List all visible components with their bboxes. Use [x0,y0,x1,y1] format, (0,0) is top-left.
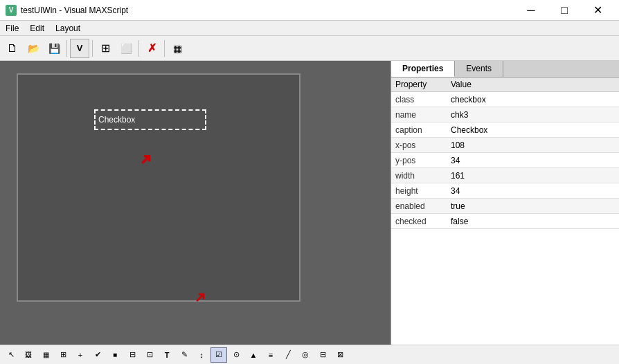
tool-txt[interactable]: T [159,347,175,363]
tool-edit[interactable]: ✎ [176,347,192,363]
col-property: Property [391,78,447,92]
tool-grid[interactable]: ⊟ [124,347,141,363]
prop-value-cell[interactable]: false [447,214,619,229]
canvas-area: Checkbox ➜ ➜ [0,61,391,345]
tool-spin[interactable]: ↕ [193,347,210,363]
tool-sub[interactable]: ⊟ [314,347,331,363]
tool-circ[interactable]: ◎ [297,347,314,363]
toolbar-new[interactable]: 🗋 [3,39,22,58]
prop-value-cell[interactable]: 34 [447,153,619,168]
menu-bar: File Edit Layout [0,21,619,36]
table-row[interactable]: x-pos108 [391,138,619,153]
tool-sub2[interactable]: ⊠ [332,347,348,363]
tool-img[interactable]: 🖼 [20,347,37,363]
table-row[interactable]: width161 [391,168,619,183]
title-bar: V testUIWin - Visual MAXScript ─ □ ✕ [0,0,619,21]
maximize-button[interactable]: □ [548,0,580,21]
window-controls: ─ □ ✕ [515,0,613,21]
tool-chkmark[interactable]: ✔ [89,347,106,363]
minimize-button[interactable]: ─ [515,0,547,21]
toolbar-save[interactable]: 💾 [44,39,64,58]
prop-value-cell[interactable]: Checkbox [447,122,619,138]
arrow-indicator: ➜ [134,149,156,170]
checkbox-label: Checkbox [98,115,135,125]
tab-events[interactable]: Events [455,61,503,77]
prop-name-cell: class [391,92,447,107]
prop-value-cell[interactable]: 34 [447,183,619,199]
prop-name-cell: caption [391,122,447,138]
toolbar-sep-1 [66,40,67,57]
prop-value-cell[interactable]: chk3 [447,107,619,122]
prop-value-cell[interactable]: checkbox [447,92,619,107]
properties-table: Property Value classcheckboxnamechk3capt… [391,78,619,229]
tool-color[interactable]: ■ [107,347,123,363]
tool-checkbox[interactable]: ☑ [210,347,227,363]
prop-name-cell: name [391,107,447,122]
toolbar-sep-3 [138,40,139,57]
tool-line[interactable]: ╱ [280,347,296,363]
table-row[interactable]: classcheckbox [391,92,619,107]
main-layout: Checkbox ➜ ➜ Properties Events Property … [0,61,619,345]
prop-name-cell: y-pos [391,153,447,168]
menu-file[interactable]: File [0,22,24,35]
toolbar-btn5[interactable]: ▦ [168,39,187,58]
table-row[interactable]: captionCheckbox [391,122,619,138]
table-row[interactable]: checkedfalse [391,214,619,229]
panel-tabs: Properties Events [391,61,619,78]
prop-value-cell[interactable]: 108 [447,138,619,153]
prop-name-cell: height [391,183,447,199]
table-row[interactable]: height34 [391,183,619,199]
toolbar-btn3[interactable]: ⬜ [116,39,136,58]
app-icon: V [6,5,17,16]
tool-plus[interactable]: + [72,347,89,363]
toolbar-btn2[interactable]: ⊞ [96,39,115,58]
canvas-inner[interactable]: Checkbox ➜ [17,73,300,302]
tool-up[interactable]: ▲ [245,347,262,363]
tool-radio[interactable]: ⊙ [228,347,244,363]
bottom-toolbar: ↖ 🖼 ▦ ⊞ + ✔ ■ ⊟ ⊡ T ✎ ↕ ☑ ⊙ ▲ ≡ ╱ ◎ ⊟ ⊠ [0,345,619,364]
menu-layout[interactable]: Layout [50,22,86,35]
tool-progress[interactable]: ≡ [262,347,279,363]
main-toolbar: 🗋 📂 💾 V ⊞ ⬜ ✗ ▦ [0,36,619,61]
tool-pointer[interactable]: ↖ [3,347,19,363]
toolbar-btn4[interactable]: ✗ [142,39,161,58]
toolbar-sep-2 [92,40,93,57]
prop-value-cell[interactable]: 161 [447,168,619,183]
table-row[interactable]: namechk3 [391,107,619,122]
table-row[interactable]: y-pos34 [391,153,619,168]
prop-value-cell[interactable]: true [447,199,619,214]
tool-chk[interactable]: ▦ [37,347,54,363]
window-title: testUIWin - Visual MAXScript [21,6,515,15]
tab-properties[interactable]: Properties [391,61,455,77]
toolbar-sep-4 [164,40,165,57]
menu-edit[interactable]: Edit [24,22,50,35]
col-value: Value [447,78,619,92]
prop-name-cell: enabled [391,199,447,214]
checkbox-widget[interactable]: Checkbox [94,109,206,130]
prop-name-cell: width [391,168,447,183]
close-button[interactable]: ✕ [582,0,613,21]
tool-grp[interactable]: ⊞ [55,347,71,363]
toolbar-v[interactable]: V [70,39,89,58]
tool-grid2[interactable]: ⊡ [141,347,158,363]
table-row[interactable]: enabledtrue [391,199,619,214]
prop-name-cell: checked [391,214,447,229]
prop-name-cell: x-pos [391,138,447,153]
properties-panel: Properties Events Property Value classch… [391,61,619,345]
toolbar-open[interactable]: 📂 [24,39,43,58]
